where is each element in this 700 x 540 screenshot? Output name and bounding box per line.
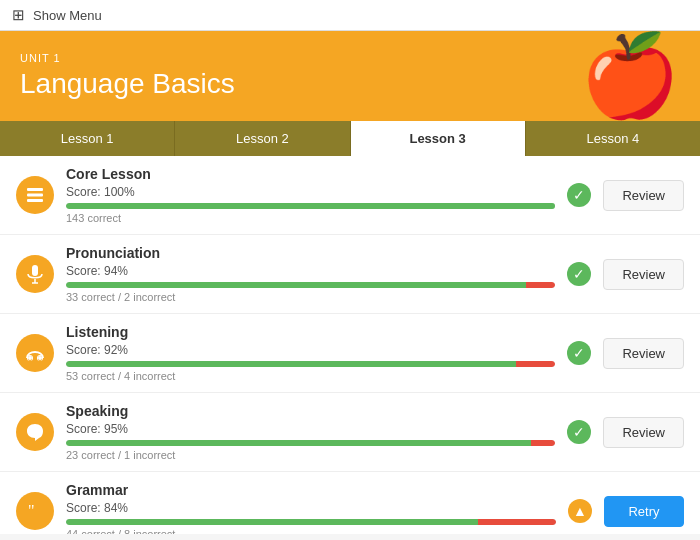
- speaking-status: ✓: [567, 420, 591, 444]
- speaking-progress: [66, 440, 555, 446]
- grid-icon: ⊞: [12, 6, 25, 24]
- core-lesson-icon: [16, 176, 54, 214]
- table-row: " Grammar Score: 84% 44 correct / 8 inco…: [0, 472, 700, 534]
- listening-info: Listening Score: 92% 53 correct / 4 inco…: [66, 324, 555, 382]
- svg-point-9: [28, 356, 32, 360]
- speaking-info: Speaking Score: 95% 23 correct / 1 incor…: [66, 403, 555, 461]
- tab-lesson1[interactable]: Lesson 1: [0, 121, 175, 156]
- table-row: Pronunciation Score: 94% 33 correct / 2 …: [0, 235, 700, 314]
- core-lesson-name: Core Lesson: [66, 166, 555, 182]
- pronunciation-score: Score: 94%: [66, 264, 555, 278]
- listening-icon: [16, 334, 54, 372]
- svg-text:": ": [28, 502, 35, 519]
- svg-point-11: [38, 356, 42, 360]
- grammar-name: Grammar: [66, 482, 556, 498]
- pronunciation-sub: 33 correct / 2 incorrect: [66, 291, 555, 303]
- svg-rect-0: [27, 188, 43, 191]
- table-row: Speaking Score: 95% 23 correct / 1 incor…: [0, 393, 700, 472]
- table-row: Listening Score: 92% 53 correct / 4 inco…: [0, 314, 700, 393]
- grammar-progress: [66, 519, 556, 525]
- speaking-review-button[interactable]: Review: [603, 417, 684, 448]
- listening-sub: 53 correct / 4 incorrect: [66, 370, 555, 382]
- listening-score: Score: 92%: [66, 343, 555, 357]
- table-row: Core Lesson Score: 100% 143 correct ✓ Re…: [0, 156, 700, 235]
- listening-review-button[interactable]: Review: [603, 338, 684, 369]
- speaking-sub: 23 correct / 1 incorrect: [66, 449, 555, 461]
- grammar-retry-button[interactable]: Retry: [604, 496, 684, 527]
- core-lesson-score: Score: 100%: [66, 185, 555, 199]
- core-lesson-progress: [66, 203, 555, 209]
- speaking-icon: [16, 413, 54, 451]
- show-menu-label[interactable]: Show Menu: [33, 8, 102, 23]
- grammar-info: Grammar Score: 84% 44 correct / 8 incorr…: [66, 482, 556, 534]
- tabs: Lesson 1 Lesson 2 Lesson 3 Lesson 4: [0, 121, 700, 156]
- svg-rect-1: [27, 194, 43, 197]
- core-lesson-sub: 143 correct: [66, 212, 555, 224]
- tab-lesson4[interactable]: Lesson 4: [526, 121, 700, 156]
- core-lesson-status: ✓: [567, 183, 591, 207]
- pronunciation-icon: [16, 255, 54, 293]
- tab-lesson2[interactable]: Lesson 2: [175, 121, 350, 156]
- listening-status: ✓: [567, 341, 591, 365]
- listening-progress: [66, 361, 555, 367]
- svg-rect-2: [27, 199, 43, 202]
- tab-lesson3[interactable]: Lesson 3: [351, 121, 526, 156]
- pronunciation-review-button[interactable]: Review: [603, 259, 684, 290]
- pronunciation-name: Pronunciation: [66, 245, 555, 261]
- grammar-score: Score: 84%: [66, 501, 556, 515]
- speaking-name: Speaking: [66, 403, 555, 419]
- grammar-sub: 44 correct / 8 incorrect: [66, 528, 556, 534]
- pronunciation-info: Pronunciation Score: 94% 33 correct / 2 …: [66, 245, 555, 303]
- listening-name: Listening: [66, 324, 555, 340]
- core-lesson-review-button[interactable]: Review: [603, 180, 684, 211]
- grammar-icon: ": [16, 492, 54, 530]
- core-lesson-info: Core Lesson Score: 100% 143 correct: [66, 166, 555, 224]
- grammar-status: ▲: [568, 499, 592, 523]
- lesson-list: Core Lesson Score: 100% 143 correct ✓ Re…: [0, 156, 700, 534]
- top-bar: ⊞ Show Menu: [0, 0, 700, 31]
- svg-rect-3: [32, 265, 38, 276]
- header: UNIT 1 Language Basics 🍎: [0, 31, 700, 121]
- pronunciation-progress: [66, 282, 555, 288]
- apple-decoration: 🍎: [580, 36, 680, 116]
- pronunciation-status: ✓: [567, 262, 591, 286]
- speaking-score: Score: 95%: [66, 422, 555, 436]
